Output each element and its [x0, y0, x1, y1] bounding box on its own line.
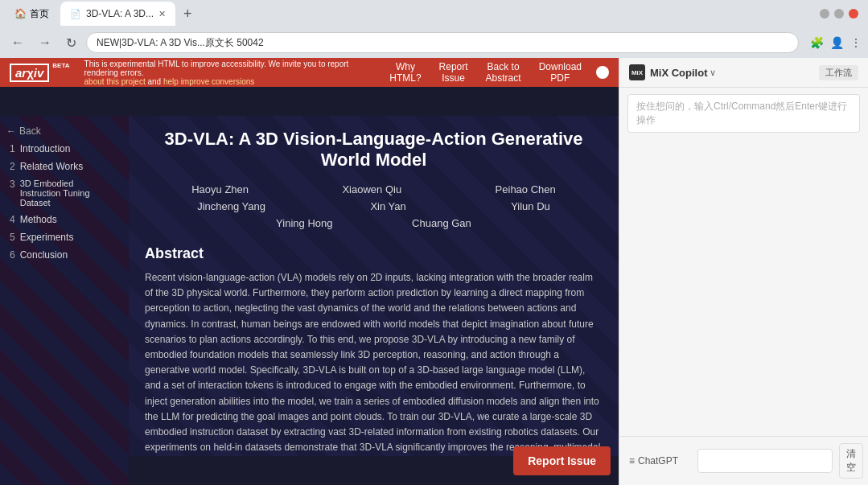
minimize-button[interactable]: [820, 9, 829, 18]
sidebar-label-3: 3D EmbodiedInstruction Tuning Dataset: [20, 179, 119, 208]
chatgpt-label: ChatGPT: [638, 455, 678, 467]
abstract-section: Abstract Recent vision-language-action (…: [145, 245, 603, 456]
chatgpt-item: ≡ ChatGPT: [629, 455, 678, 467]
panel-query-box: 按住想问的，输入Ctrl/Command然后Enter键进行操作: [627, 94, 860, 133]
panel-dropdown-icon[interactable]: ∨: [710, 68, 716, 78]
panel-logo: MiX: [629, 64, 645, 80]
sidebar-item-5[interactable]: 5 Experiments: [0, 228, 129, 246]
author-4: Jincheng Yang: [197, 200, 265, 212]
sidebar-item-1[interactable]: 1 Introduction: [0, 140, 129, 158]
sidebar-label-6: Conclusion: [20, 249, 68, 261]
profile-icon[interactable]: 👤: [830, 36, 844, 49]
author-7: Yining Hong: [276, 217, 332, 229]
arxiv-logo: arχiv: [10, 64, 49, 82]
tab-close-icon[interactable]: ✕: [158, 9, 166, 19]
home-icon: 🏠: [14, 8, 27, 19]
download-pdf-button[interactable]: DownloadPDF: [531, 58, 590, 87]
arxiv-page: arχiv BETA This is experimental HTML to …: [0, 58, 619, 485]
report-issue-button[interactable]: Report Issue: [513, 446, 611, 475]
sidebar-num-5: 5: [10, 232, 15, 243]
new-tab-button[interactable]: +: [179, 6, 197, 23]
sidebar-item-3[interactable]: 3 3D EmbodiedInstruction Tuning Dataset: [0, 175, 129, 211]
panel-body: [619, 139, 868, 436]
abstract-text: Recent vision-language-action (VLA) mode…: [145, 270, 603, 456]
panel-footer: ≡ ChatGPT 清空 发送: [619, 436, 868, 485]
panel-chat-input[interactable]: [697, 449, 833, 473]
sidebar-label-1: Introduction: [20, 143, 71, 154]
address-text: NEW|3D-VLA: A 3D Vis...原文长 50042: [97, 36, 788, 50]
right-panel: MiX MiX Copilot ∨ 工作流 按住想问的，输入Ctrl/Comma…: [619, 58, 868, 485]
panel-workspace-label[interactable]: 工作流: [819, 65, 858, 80]
authors-row-1: Haoyu Zhen Xiaowen Qiu Peihao Chen: [145, 183, 603, 195]
panel-header: MiX MiX Copilot ∨ 工作流: [619, 58, 868, 88]
home-tab-label: 首页: [30, 7, 49, 21]
sidebar-num-2: 2: [10, 161, 15, 172]
why-html-button[interactable]: WhyHTML?: [381, 58, 429, 87]
home-tab[interactable]: 🏠 首页: [6, 2, 57, 25]
close-button[interactable]: [849, 9, 858, 18]
author-3: Peihao Chen: [496, 183, 556, 195]
sidebar-num-4: 4: [10, 214, 15, 225]
reload-button[interactable]: ↻: [61, 34, 81, 52]
abstract-title: Abstract: [145, 245, 603, 262]
arxiv-tab-label: 3D-VLA: A 3D...: [86, 8, 154, 19]
sidebar-num-1: 1: [10, 143, 15, 154]
address-bar[interactable]: NEW|3D-VLA: A 3D Vis...原文长 50042: [86, 32, 799, 53]
maximize-button[interactable]: [834, 9, 844, 18]
arxiv-tab[interactable]: 📄 3D-VLA: A 3D... ✕: [60, 2, 175, 26]
forward-nav-button[interactable]: →: [34, 34, 56, 51]
sidebar-label-4: Methods: [20, 214, 57, 225]
back-arrow-icon: ←: [6, 125, 16, 137]
learn-more-link[interactable]: about this project: [84, 77, 146, 86]
paper-title: 3D-VLA: A 3D Vision-Language-Action Gene…: [145, 129, 603, 171]
sidebar-num-6: 6: [10, 249, 15, 261]
panel-title: MiX Copilot: [650, 67, 708, 79]
author-6: Yilun Du: [511, 200, 550, 212]
panel-query-text: 按住想问的，输入Ctrl/Command然后Enter键进行操作: [636, 101, 847, 125]
author-1: Haoyu Zhen: [191, 183, 249, 195]
sidebar-item-2[interactable]: 2 Related Works: [0, 158, 129, 175]
sidebar-num-3: 3: [10, 179, 15, 208]
sidebar-label-2: Related Works: [20, 161, 83, 172]
arxiv-top-bar: arχiv BETA This is experimental HTML to …: [0, 58, 619, 87]
report-issue-nav-button[interactable]: ReportIssue: [431, 58, 476, 87]
authors-row-3: Yining Hong Chuang Gan: [237, 217, 511, 229]
extensions-icon[interactable]: 🧩: [810, 36, 824, 49]
chatgpt-icon: ≡: [629, 455, 635, 467]
beta-badge: BETA: [51, 61, 71, 70]
author-5: Xin Yan: [370, 200, 405, 212]
back-label: Back: [19, 125, 41, 137]
status-dot: [596, 66, 609, 79]
sidebar-item-6[interactable]: 6 Conclusion: [0, 246, 129, 264]
author-8: Chuang Gan: [412, 217, 471, 229]
back-nav-button[interactable]: ←: [6, 34, 29, 51]
arxiv-notice: This is experimental HTML to improve acc…: [84, 60, 376, 86]
back-button[interactable]: ← Back: [0, 122, 129, 140]
authors-row-2: Jincheng Yang Xin Yan Yilun Du: [145, 200, 603, 212]
author-2: Xiaowen Qiu: [342, 183, 401, 195]
menu-icon[interactable]: ⋮: [850, 36, 862, 49]
help-convert-link[interactable]: help improve conversions: [163, 77, 254, 86]
arxiv-nav: WhyHTML? ReportIssue Back toAbstract Dow…: [381, 58, 609, 87]
sidebar-label-5: Experiments: [20, 232, 74, 243]
back-to-abstract-button[interactable]: Back toAbstract: [478, 58, 529, 87]
paper-content: 3D-VLA: A 3D Vision-Language-Action Gene…: [129, 116, 619, 456]
tab-favicon: 📄: [70, 9, 81, 19]
panel-clear-button[interactable]: 清空: [839, 443, 863, 479]
sidebar-item-4[interactable]: 4 Methods: [0, 211, 129, 228]
arxiv-sidebar: ← Back 1 Introduction 2 Related Works 3 …: [0, 116, 129, 485]
